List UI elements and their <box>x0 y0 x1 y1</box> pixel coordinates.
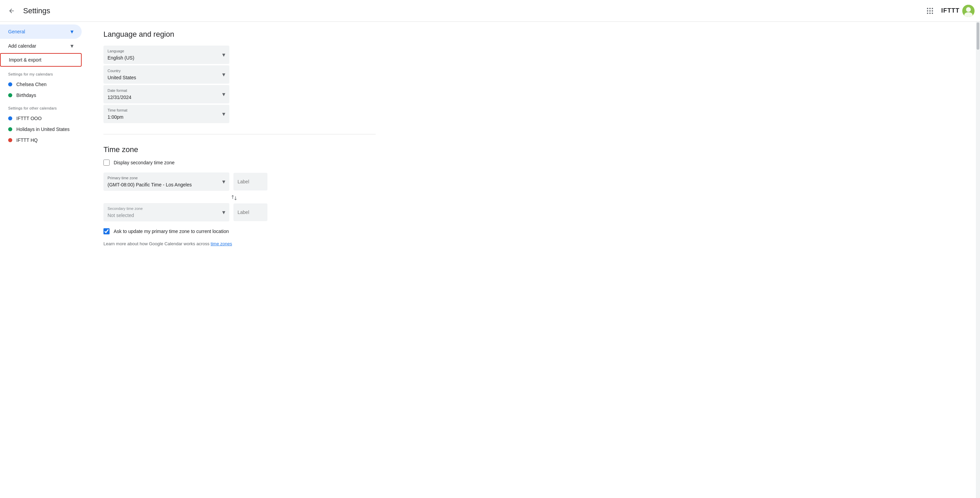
ifttt-logo: IFTTT <box>941 7 959 14</box>
calendar-dot <box>8 82 12 86</box>
primary-timezone-wrapper: Primary time zone (GMT-08:00) Pacific Ti… <box>103 172 229 191</box>
sidebar-item-add-calendar[interactable]: Add calendar ▾ <box>0 39 82 53</box>
sidebar-item-birthdays[interactable]: Birthdays <box>0 90 82 101</box>
calendar-dot <box>8 138 12 142</box>
avatar[interactable] <box>962 5 975 17</box>
scrollbar-track[interactable] <box>976 22 980 498</box>
display-secondary-checkbox[interactable] <box>103 159 110 165</box>
primary-timezone-row: Primary time zone (GMT-08:00) Pacific Ti… <box>103 172 964 191</box>
calendar-name: Holidays in United States <box>16 127 69 132</box>
calendar-name: IFTTT HQ <box>16 137 38 143</box>
calendar-dot <box>8 116 12 121</box>
secondary-timezone-wrapper: Secondary time zone Not selected ▾ <box>103 203 229 221</box>
time-format-dropdown[interactable]: 1:00pm <box>103 105 229 123</box>
main-layout: General ▾ Add calendar ▾ Import & export… <box>0 22 980 498</box>
language-field-group: Language English (US) ▾ <box>103 46 964 64</box>
calendar-dot <box>8 93 12 97</box>
sidebar: General ▾ Add calendar ▾ Import & export… <box>0 22 87 498</box>
header-left: Settings <box>5 5 50 17</box>
back-button[interactable] <box>5 5 18 17</box>
section-divider <box>103 134 375 134</box>
sidebar-item-chelsea-chen[interactable]: Chelsea Chen <box>0 79 82 90</box>
country-wrapper: Country United States ▾ <box>103 65 229 84</box>
display-secondary-row: Display secondary time zone <box>103 159 964 165</box>
date-format-dropdown[interactable]: 12/31/2024 <box>103 85 229 103</box>
sidebar-item-import-export[interactable]: Import & export <box>0 53 82 67</box>
display-secondary-label[interactable]: Display secondary time zone <box>114 160 175 165</box>
sidebar-item-ifttt-ooo[interactable]: IFTTT OOO <box>0 113 82 124</box>
apps-icon[interactable] <box>921 2 939 19</box>
ask-update-checkbox[interactable] <box>103 228 110 234</box>
app-header: Settings IFTTT <box>0 0 980 22</box>
main-content: Language and region Language English (US… <box>87 22 980 498</box>
secondary-timezone-label-input[interactable] <box>234 204 267 221</box>
language-dropdown[interactable]: English (US) <box>103 46 229 64</box>
country-field-group: Country United States ▾ <box>103 65 964 84</box>
secondary-timezone-row: Secondary time zone Not selected ▾ <box>103 203 964 221</box>
sidebar-item-ifttt-hq[interactable]: IFTTT HQ <box>0 135 82 146</box>
secondary-timezone-dropdown[interactable]: Not selected <box>103 203 229 221</box>
language-wrapper: Language English (US) ▾ <box>103 46 229 64</box>
import-export-label: Import & export <box>9 57 41 63</box>
country-dropdown[interactable]: United States <box>103 65 229 84</box>
time-format-field-group: Time format 1:00pm ▾ <box>103 105 964 123</box>
my-calendars-title: Settings for my calendars <box>0 67 87 79</box>
other-calendars-title: Settings for other calendars <box>0 101 87 113</box>
time-format-wrapper: Time format 1:00pm ▾ <box>103 105 229 123</box>
header-right: IFTTT <box>921 2 975 19</box>
calendar-name: IFTTT OOO <box>16 116 41 121</box>
page-title: Settings <box>23 6 50 15</box>
chevron-down-icon: ▾ <box>70 28 73 35</box>
calendar-name: Birthdays <box>16 92 36 98</box>
swap-timezones-icon[interactable] <box>229 192 239 203</box>
sidebar-item-general[interactable]: General ▾ <box>0 24 82 39</box>
general-label: General <box>8 29 25 34</box>
time-zones-link[interactable]: time zones <box>211 241 232 246</box>
language-region-title: Language and region <box>103 30 964 39</box>
date-format-wrapper: Date format 12/31/2024 ▾ <box>103 85 229 103</box>
scrollbar-thumb[interactable] <box>977 22 979 50</box>
primary-timezone-dropdown[interactable]: (GMT-08:00) Pacific Time - Los Angeles <box>103 172 229 191</box>
calendar-name: Chelsea Chen <box>16 82 47 87</box>
date-format-field-group: Date format 12/31/2024 ▾ <box>103 85 964 103</box>
calendar-dot <box>8 127 12 131</box>
timezone-title: Time zone <box>103 145 964 154</box>
ask-update-row: Ask to update my primary time zone to cu… <box>103 228 964 234</box>
chevron-down-icon: ▾ <box>70 42 73 50</box>
sidebar-item-holidays[interactable]: Holidays in United States <box>0 124 82 135</box>
primary-timezone-label-input[interactable] <box>234 173 267 191</box>
add-calendar-label: Add calendar <box>8 43 37 49</box>
learn-more-text: Learn more about how Google Calendar wor… <box>103 241 964 246</box>
ask-update-label[interactable]: Ask to update my primary time zone to cu… <box>114 229 229 234</box>
svg-point-1 <box>966 7 971 12</box>
